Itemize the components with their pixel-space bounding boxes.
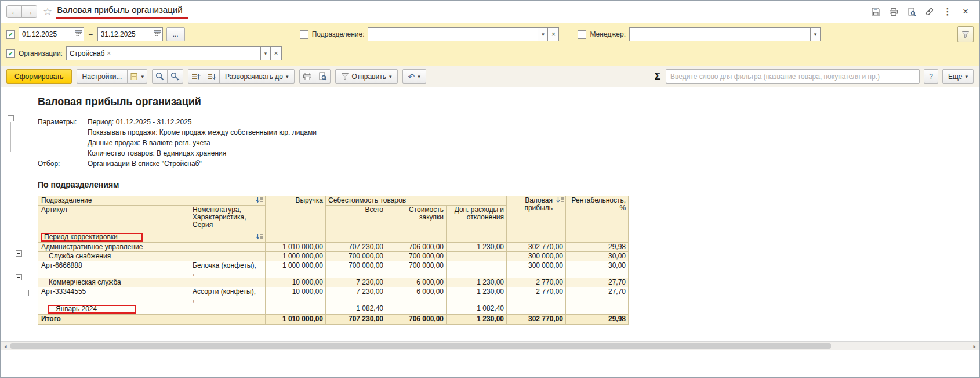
sort-icon[interactable] (256, 197, 263, 205)
organization-tag-label: Стройснаб (70, 49, 104, 57)
scroll-left-button[interactable]: ◂ (1, 342, 10, 351)
chevron-down-icon: ▾ (418, 74, 420, 80)
preview-button[interactable] (905, 5, 919, 19)
tag-remove-icon[interactable]: × (107, 49, 111, 57)
header-cost-purchase[interactable]: Стоимость закупки (386, 206, 447, 232)
header-revenue[interactable]: Выручка (266, 196, 326, 232)
row-name-cell[interactable]: Служба снабжения (38, 252, 190, 261)
tree-collapse-button[interactable] (8, 115, 14, 121)
report-parameters: Параметры: Период: 01.12.2025 - 31.12.20… (38, 117, 979, 168)
organizations-dropdown-button[interactable]: ▾ (260, 46, 271, 60)
print-report-button[interactable] (299, 69, 315, 84)
otbor-label: Отбор: (38, 159, 88, 168)
expand-levels-button[interactable] (204, 69, 220, 84)
chevron-down-icon: ▾ (286, 74, 289, 80)
expand-to-button[interactable]: Разворачивать до ▾ (219, 69, 295, 84)
favorite-star-icon[interactable]: ☆ (43, 5, 52, 18)
sort-icon[interactable] (256, 233, 263, 242)
settings-variants-button[interactable]: ▾ (127, 69, 147, 84)
department-input[interactable] (368, 27, 538, 41)
row-name-cell[interactable]: Арт-6666888 (38, 261, 190, 278)
help-button[interactable]: ? (924, 69, 938, 84)
organizations-clear-button[interactable]: × (271, 46, 282, 60)
printer-icon (303, 72, 312, 81)
date-from-field[interactable] (19, 27, 84, 41)
calendar-icon[interactable] (75, 30, 82, 39)
autosum-icon[interactable]: Σ (655, 71, 660, 82)
total-row: Итого 1 010 000,00 707 230,00 706 000,00… (38, 315, 629, 325)
header-nomenclature[interactable]: Номенклатура, Характеристика, Серия (190, 206, 266, 232)
print-preview-button[interactable] (315, 69, 331, 84)
row-name-cell[interactable]: Январь 2024 (38, 304, 190, 315)
header-period-adjust[interactable]: Период корректировки (38, 232, 266, 243)
save-button[interactable] (869, 5, 883, 19)
header-cost-extra[interactable]: Доп. расходы и отклонения (447, 206, 507, 232)
row-nomenclature-cell[interactable]: Белочка (конфеты), , (190, 261, 266, 278)
row-name-cell[interactable]: Коммерческая служба (38, 278, 190, 287)
print-button[interactable] (887, 5, 901, 19)
filter-settings-button[interactable] (957, 26, 974, 42)
generate-button[interactable]: Сформировать (6, 69, 72, 84)
bottom-spacer (1, 350, 979, 377)
header-articul[interactable]: Артикул (38, 206, 190, 232)
forward-button[interactable]: → (21, 5, 37, 18)
report-area: Валовая прибыль организаций Параметры: П… (1, 87, 979, 341)
tree-collapse-button[interactable] (16, 274, 22, 280)
expand-levels-icon (207, 73, 216, 81)
period-more-button[interactable]: ... (166, 27, 185, 41)
department-dropdown-button[interactable]: ▾ (538, 27, 548, 41)
back-button[interactable]: ← (6, 5, 22, 18)
date-from-input[interactable] (22, 30, 75, 38)
header-cost-group[interactable]: Себестоимость товаров (326, 196, 507, 206)
row-name-cell[interactable]: Итого (38, 315, 190, 325)
undo-button[interactable]: ↶ ▾ (402, 69, 426, 84)
find-button[interactable] (152, 69, 168, 84)
report-title: Валовая прибыль организаций (38, 95, 979, 108)
tree-line (10, 122, 11, 152)
calendar-icon[interactable] (154, 30, 161, 39)
row-nomenclature-cell[interactable]: Ассорти (конфеты), , (190, 287, 266, 304)
header-department[interactable]: Подразделение (38, 196, 266, 206)
titlebar: ← → ☆ Валовая прибыль организаций ⋮ × (1, 1, 979, 23)
close-icon: × (963, 6, 968, 17)
period-checkbox[interactable]: ✓ (6, 30, 15, 39)
organizations-input[interactable]: Стройснаб × (66, 46, 260, 60)
row-name-cell[interactable]: Административное управление (38, 243, 190, 252)
freeze-line (628, 242, 629, 243)
header-gross[interactable]: Валовая прибыль (507, 196, 566, 232)
header-margin[interactable]: Рентабельность, % (566, 196, 629, 232)
funnel-icon (341, 73, 349, 80)
header-cost-total[interactable]: Всего (326, 206, 386, 232)
param-line: Период: 01.12.2025 - 31.12.2025 (88, 117, 979, 127)
menu-button[interactable]: ⋮ (941, 5, 954, 19)
back-icon: ← (10, 8, 18, 16)
link-button[interactable] (923, 5, 937, 19)
table-row: Административное управление 1 010 000,00… (38, 243, 629, 252)
row-name-cell[interactable]: Арт-33344555 (38, 287, 190, 304)
horizontal-scrollbar[interactable]: ◂ ▸ (1, 341, 979, 350)
manager-dropdown-button[interactable]: ▾ (810, 27, 821, 41)
tree-collapse-button[interactable] (16, 250, 22, 257)
chevron-down-icon: ▾ (389, 74, 392, 80)
manager-input[interactable] (629, 27, 810, 41)
date-to-field[interactable] (97, 27, 163, 41)
more-button[interactable]: Еще ▾ (942, 69, 974, 84)
tree-collapse-button[interactable] (23, 290, 29, 296)
date-to-input[interactable] (101, 30, 154, 38)
scroll-right-button[interactable]: ▸ (970, 342, 979, 351)
send-button[interactable]: Отправить ▾ (335, 69, 398, 84)
sort-icon[interactable] (556, 197, 564, 205)
report-settings-icon (130, 73, 138, 81)
dots-icon: ⋮ (943, 6, 952, 17)
department-clear-button[interactable]: × (548, 27, 559, 41)
quick-filter-input[interactable] (666, 69, 920, 84)
close-button[interactable]: × (959, 5, 972, 19)
organizations-checkbox[interactable]: ✓ (6, 49, 15, 58)
manager-checkbox[interactable] (578, 30, 586, 39)
header-row-1: Подразделение Выручка Себестоимость това… (38, 196, 629, 206)
department-checkbox[interactable] (300, 30, 308, 39)
find-next-button[interactable] (167, 69, 183, 84)
collapse-levels-button[interactable] (188, 69, 204, 84)
scrollbar-thumb[interactable] (10, 343, 831, 349)
settings-button[interactable]: Настройки... (77, 69, 128, 84)
